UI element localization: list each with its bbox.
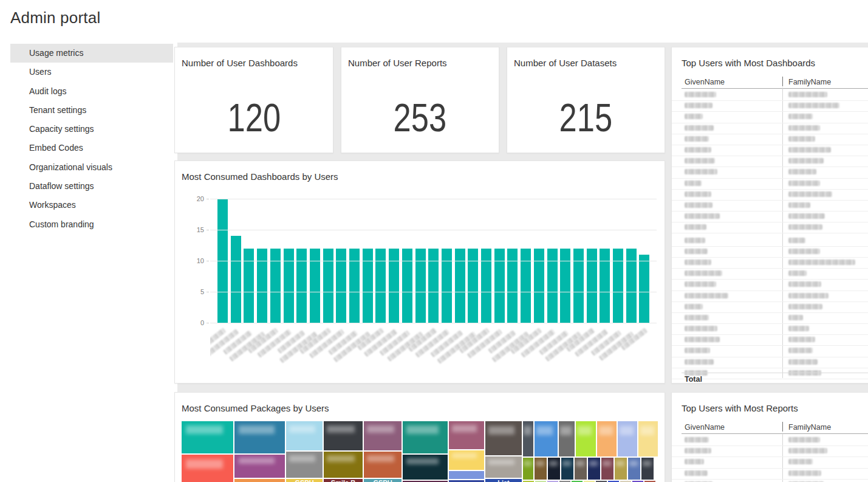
bar[interactable] xyxy=(428,249,439,323)
treemap-tile[interactable] xyxy=(449,471,484,479)
treemap-tile[interactable] xyxy=(182,455,233,482)
bar[interactable] xyxy=(481,249,491,323)
treemap-tile[interactable] xyxy=(403,455,448,480)
bar[interactable] xyxy=(560,249,570,323)
sidebar-item-embed-codes[interactable]: Embed Codes xyxy=(10,139,173,157)
treemap-tile[interactable] xyxy=(234,421,285,453)
treemap-tile[interactable] xyxy=(588,458,600,480)
bar[interactable] xyxy=(455,249,465,323)
bar[interactable] xyxy=(270,249,281,323)
treemap-tile[interactable] xyxy=(535,458,547,480)
table-row xyxy=(672,291,868,302)
bar[interactable] xyxy=(415,249,426,323)
sidebar-item-dataflow-settings[interactable]: Dataflow settings xyxy=(10,177,173,196)
treemap-tile[interactable] xyxy=(575,458,587,480)
sidebar-item-capacity-settings[interactable]: Capacity settings xyxy=(10,120,173,139)
treemap-tile[interactable] xyxy=(449,450,484,470)
bar[interactable] xyxy=(310,249,320,323)
sidebar-item-usage-metrics[interactable]: Usage metrics xyxy=(10,44,173,63)
column-header-givenname[interactable]: GivenName xyxy=(685,78,725,86)
treemap-tile[interactable] xyxy=(548,458,560,480)
treemap-tile[interactable] xyxy=(234,455,285,478)
treemap-tile[interactable] xyxy=(523,458,533,480)
redacted-given-name xyxy=(685,270,722,276)
treemap-tile[interactable] xyxy=(234,479,285,482)
bar[interactable] xyxy=(389,249,399,323)
treemap-tile[interactable] xyxy=(485,456,522,478)
bar[interactable] xyxy=(639,255,649,323)
treemap-tile[interactable] xyxy=(638,421,658,456)
bar[interactable] xyxy=(521,249,531,323)
table-row xyxy=(672,236,868,247)
sidebar-item-users[interactable]: Users xyxy=(10,63,173,81)
bar[interactable] xyxy=(613,249,623,323)
treemap-tile[interactable]: GSPU xyxy=(364,479,402,482)
table-row xyxy=(672,258,868,269)
treemap-tile[interactable] xyxy=(601,458,613,480)
bar[interactable] xyxy=(336,249,346,323)
bar[interactable] xyxy=(296,249,307,323)
treemap-tile[interactable] xyxy=(576,421,596,456)
treemap-tile[interactable]: GSPU xyxy=(286,479,323,482)
treemap-tile[interactable] xyxy=(324,421,363,450)
treemap-tile[interactable] xyxy=(641,458,654,480)
treemap-tile[interactable]: Liat xyxy=(485,479,522,482)
treemap-tile[interactable] xyxy=(403,421,448,453)
sidebar-item-custom-branding[interactable]: Custom branding xyxy=(10,215,173,234)
gridline xyxy=(210,323,657,323)
sidebar-item-workspaces[interactable]: Workspaces xyxy=(10,196,173,215)
bar[interactable] xyxy=(600,249,610,323)
bar[interactable] xyxy=(442,249,452,323)
bar[interactable] xyxy=(257,249,267,323)
treemap-tile[interactable] xyxy=(561,458,573,480)
treemap-tile[interactable] xyxy=(559,421,575,456)
treemap-tile[interactable] xyxy=(286,421,323,450)
bar[interactable] xyxy=(468,249,478,323)
chart-title: Most Consumed Dashboards by Users xyxy=(182,171,338,182)
column-header-familyname[interactable]: FamilyName xyxy=(788,78,831,86)
redacted-tile-label xyxy=(589,461,598,466)
treemap-tile[interactable] xyxy=(324,452,363,478)
bar[interactable] xyxy=(231,236,241,323)
bar[interactable] xyxy=(494,249,505,323)
bar[interactable] xyxy=(402,249,412,323)
redacted-family-name xyxy=(788,260,855,265)
redacted-given-name xyxy=(685,260,711,265)
bar[interactable] xyxy=(284,249,294,323)
treemap-tile[interactable] xyxy=(286,452,323,478)
treemap-tile[interactable] xyxy=(182,421,233,453)
sidebar-item-audit-logs[interactable]: Audit logs xyxy=(10,82,173,101)
bar[interactable] xyxy=(547,249,558,323)
redacted-given-name xyxy=(685,249,708,254)
bar[interactable] xyxy=(349,249,360,323)
sidebar-item-tenant-settings[interactable]: Tenant settings xyxy=(10,101,173,120)
bar[interactable] xyxy=(363,249,373,323)
redacted-given-name xyxy=(685,304,703,309)
treemap-tile[interactable] xyxy=(364,452,402,478)
treemap-tile[interactable] xyxy=(628,458,640,480)
sidebar-item-organizational-visuals[interactable]: Organizational visuals xyxy=(10,158,173,177)
bar[interactable] xyxy=(244,249,254,323)
redacted-tile-label xyxy=(578,426,592,435)
treemap-tile[interactable] xyxy=(449,421,484,449)
treemap-tile[interactable] xyxy=(615,458,627,480)
treemap-tile[interactable] xyxy=(364,421,402,450)
bar[interactable] xyxy=(323,249,333,323)
column-header-familyname[interactable]: FamilyName xyxy=(788,423,831,432)
treemap-tile[interactable] xyxy=(523,421,533,456)
table-row xyxy=(672,446,868,457)
treemap-tile[interactable] xyxy=(535,421,558,456)
bar[interactable] xyxy=(534,249,544,323)
treemap-tile[interactable] xyxy=(618,421,637,456)
treemap-tile[interactable] xyxy=(485,421,522,455)
redacted-tile-label xyxy=(599,426,613,435)
bar[interactable] xyxy=(507,249,518,323)
column-header-givenname[interactable]: GivenName xyxy=(685,423,725,432)
treemap-tile[interactable]: Smile B xyxy=(324,479,363,482)
bar[interactable] xyxy=(573,249,584,323)
bar[interactable] xyxy=(626,249,637,323)
bar[interactable] xyxy=(375,249,386,323)
treemap-tile[interactable] xyxy=(597,421,617,456)
bar[interactable] xyxy=(587,249,597,323)
y-tick-mark xyxy=(207,323,209,323)
